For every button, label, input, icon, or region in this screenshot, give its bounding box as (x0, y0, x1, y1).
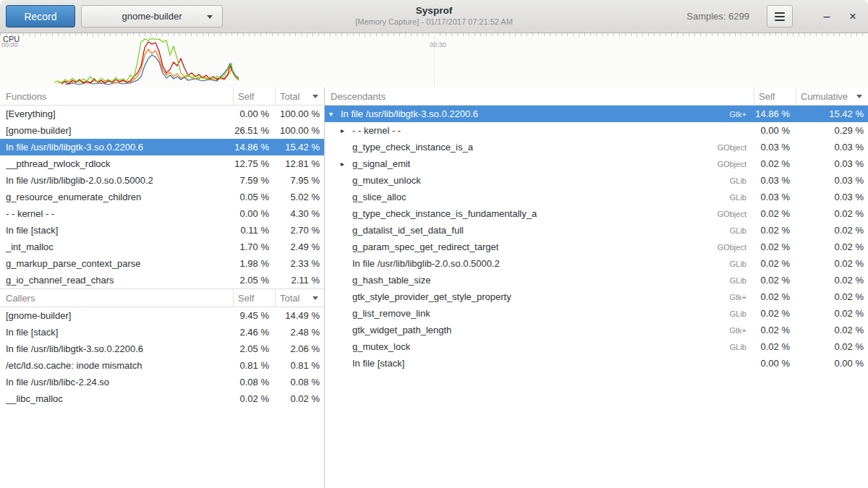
tree-row[interactable]: g_mutex_lock GLib 0.02 % 0.02 % (325, 338, 868, 355)
self-percent: 0.02 % (233, 393, 275, 404)
library-tag: Gtk+ (722, 293, 754, 301)
column-header-self[interactable]: Self (233, 289, 275, 307)
total-percent: 2.11 % (275, 275, 324, 286)
cumulative-percent: 0.02 % (796, 308, 868, 319)
self-percent: 0.08 % (233, 377, 275, 388)
library-tag: GLib (723, 260, 754, 268)
sort-arrow-icon (856, 95, 862, 98)
table-row[interactable]: In file [stack] 0.11 % 2.70 % (0, 222, 324, 239)
descendant-name: g_signal_emit (352, 158, 410, 169)
self-percent: 2.05 % (233, 343, 275, 354)
column-header-total[interactable]: Total (275, 289, 324, 307)
tree-row[interactable]: In file /usr/lib/libglib-2.0.so.0.5000.2… (325, 255, 868, 272)
descendant-name: g_param_spec_get_redirect_target (352, 241, 498, 252)
functions-rows: [Everything] 0.00 % 100.00 % [gnome-buil… (0, 106, 324, 288)
cpu-timeline-graph[interactable]: CPU 00:00 00:30 (0, 33, 868, 87)
library-tag: GObject (710, 210, 754, 218)
tree-row[interactable]: gtk_widget_path_length Gtk+ 0.02 % 0.02 … (325, 322, 868, 338)
table-row[interactable]: _int_malloc 1.70 % 2.49 % (0, 239, 324, 255)
function-name: In file /usr/lib/libglib-2.0.so.0.5000.2 (6, 175, 153, 186)
table-row[interactable]: In file /usr/lib/libglib-2.0.so.0.5000.2… (0, 172, 324, 189)
cumulative-percent: 0.02 % (796, 241, 868, 252)
table-row[interactable]: __libc_malloc 0.02 % 0.02 % (0, 390, 324, 407)
table-row[interactable]: [gnome-builder] 9.45 % 14.49 % (0, 307, 324, 324)
callers-rows: [gnome-builder] 9.45 % 14.49 % In file [… (0, 307, 324, 407)
self-percent: 0.11 % (233, 225, 275, 236)
tree-row[interactable]: g_slice_alloc GLib 0.03 % 0.03 % (325, 189, 868, 205)
callers-table-header: Callers Self Total (0, 289, 324, 307)
table-row[interactable]: g_markup_parse_context_parse 1.98 % 2.33… (0, 255, 324, 272)
descendant-name: g_type_check_instance_is_a (352, 142, 473, 153)
tree-row[interactable]: ▾ In file /usr/lib/libgtk-3.so.0.2200.6 … (325, 106, 868, 122)
total-percent: 4.30 % (275, 208, 324, 219)
total-percent: 14.49 % (275, 310, 324, 321)
table-row[interactable]: - - kernel - - 0.00 % 4.30 % (0, 205, 324, 222)
table-row[interactable]: [Everything] 0.00 % 100.00 % (0, 106, 324, 122)
tree-row[interactable]: g_hash_table_size GLib 0.02 % 0.02 % (325, 272, 868, 288)
table-row[interactable]: [gnome-builder] 26.51 % 100.00 % (0, 122, 324, 139)
tree-row[interactable]: g_type_check_instance_is_a GObject 0.03 … (325, 139, 868, 155)
self-percent: 0.00 % (754, 358, 796, 369)
function-name: _int_malloc (6, 241, 54, 252)
self-percent: 0.03 % (754, 175, 796, 186)
table-row[interactable]: In file /usr/lib/libgtk-3.so.0.2200.6 2.… (0, 341, 324, 357)
left-pane-empty-space (0, 407, 324, 488)
caller-name: In file [stack] (6, 327, 58, 338)
tree-row[interactable]: In file [stack] 0.00 % 0.00 % (325, 355, 868, 372)
minimize-button[interactable]: – (817, 7, 836, 26)
process-selector-dropdown[interactable]: gnome-builder (81, 5, 223, 27)
total-percent: 0.81 % (275, 360, 324, 371)
cumulative-percent: 0.00 % (796, 358, 868, 369)
record-button[interactable]: Record (6, 5, 75, 27)
column-header-self[interactable]: Self (233, 87, 275, 105)
tree-row[interactable]: g_type_check_instance_is_fundamentally_a… (325, 205, 868, 222)
menu-button[interactable] (767, 5, 793, 27)
close-button[interactable]: × (843, 7, 862, 26)
column-header-cumulative[interactable]: Cumulative (796, 87, 868, 105)
total-percent: 2.06 % (275, 343, 324, 354)
callers-table: Callers Self Total [gnome-builder] 9.45 … (0, 288, 324, 407)
function-name: [gnome-builder] (6, 125, 71, 136)
self-percent: 0.02 % (754, 275, 796, 286)
descendant-name: - - kernel - - (352, 125, 401, 136)
descendant-name: gtk_widget_path_length (352, 325, 451, 335)
column-header-total[interactable]: Total (275, 87, 324, 105)
self-percent: 0.05 % (233, 192, 275, 202)
column-header-descendants[interactable]: Descendants (325, 87, 754, 105)
left-pane: Functions Self Total [Everything] 0.00 %… (0, 87, 325, 488)
column-header-callers[interactable]: Callers (0, 289, 233, 307)
tree-row[interactable]: g_datalist_id_set_data_full GLib 0.02 % … (325, 222, 868, 239)
self-percent: 2.05 % (233, 275, 275, 286)
expander-icon[interactable]: ▸ (341, 127, 352, 134)
table-row[interactable]: __pthread_rwlock_rdlock 12.75 % 12.81 % (0, 155, 324, 172)
table-row[interactable]: g_resource_enumerate_children 0.05 % 5.0… (0, 189, 324, 205)
tree-row[interactable]: g_param_spec_get_redirect_target GObject… (325, 239, 868, 255)
tree-row[interactable]: ▸ g_signal_emit GObject 0.02 % 0.03 % (325, 155, 868, 172)
tree-row[interactable]: gtk_style_provider_get_style_property Gt… (325, 288, 868, 305)
expander-icon[interactable]: ▸ (341, 160, 352, 168)
tree-row[interactable]: g_list_remove_link GLib 0.02 % 0.02 % (325, 305, 868, 322)
table-row[interactable]: /etc/ld.so.cache: inode mismatch 0.81 % … (0, 357, 324, 374)
column-header-self[interactable]: Self (754, 87, 796, 105)
table-row[interactable]: In file /usr/lib/libgtk-3.so.0.2200.6 14… (0, 139, 324, 155)
cumulative-percent: 0.02 % (796, 341, 868, 352)
descendant-name: g_slice_alloc (352, 192, 406, 202)
expander-icon[interactable]: ▾ (329, 110, 341, 118)
table-row[interactable]: In file /usr/lib/libc-2.24.so 0.08 % 0.0… (0, 374, 324, 390)
descendants-pane: Descendants Self Cumulative ▾ In file /u… (325, 87, 868, 488)
table-row[interactable]: In file [stack] 2.46 % 2.48 % (0, 324, 324, 341)
function-name: g_resource_enumerate_children (6, 192, 141, 202)
self-percent: 1.70 % (233, 241, 275, 252)
library-tag: GObject (710, 143, 754, 152)
descendant-name: In file /usr/lib/libglib-2.0.so.0.5000.2 (352, 258, 500, 269)
table-row[interactable]: g_io_channel_read_chars 2.05 % 2.11 % (0, 272, 324, 288)
descendant-name: g_mutex_unlock (352, 175, 421, 186)
tree-row[interactable]: g_mutex_unlock GLib 0.03 % 0.03 % (325, 172, 868, 189)
column-header-functions[interactable]: Functions (0, 87, 233, 105)
cumulative-percent: 0.02 % (796, 208, 868, 219)
tree-row[interactable]: ▸ - - kernel - - 0.00 % 0.29 % (325, 122, 868, 139)
function-name: In file [stack] (6, 225, 58, 236)
cumulative-percent: 0.02 % (796, 225, 868, 236)
cumulative-percent: 0.02 % (796, 291, 868, 302)
library-tag: Gtk+ (722, 326, 754, 335)
